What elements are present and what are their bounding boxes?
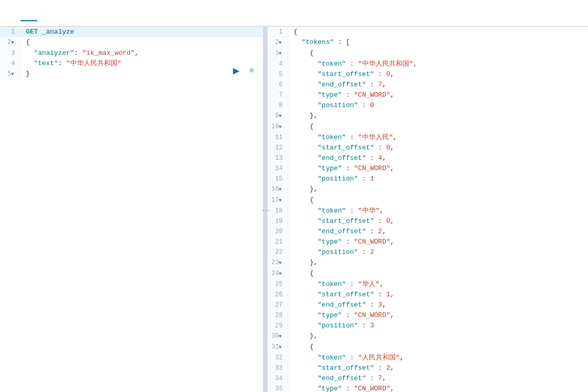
table-row: 3▼ { bbox=[268, 48, 588, 59]
line-content: "type" : "CN_WORD", bbox=[288, 90, 588, 100]
table-row: 33 "start_offset" : 2, bbox=[268, 363, 588, 373]
table-row: 21 "type" : "CN_WORD", bbox=[268, 237, 588, 247]
table-row: 1GET _analyze bbox=[0, 27, 263, 37]
line-content: "start_offset" : 1, bbox=[288, 290, 588, 300]
line-content: "analyzer": "ik_max_word", bbox=[21, 48, 263, 58]
line-content: "type" : "CN_WORD", bbox=[288, 237, 588, 247]
line-content: "end_offset" : 2, bbox=[288, 227, 588, 237]
line-content: "position" : 0 bbox=[288, 100, 588, 111]
line-content: } bbox=[21, 69, 263, 79]
left-panel: 1GET _analyze2▼{3 "analyzer": "ik_max_wo… bbox=[0, 27, 264, 392]
table-row: 9▼ }, bbox=[268, 111, 588, 122]
table-row: 28 "type" : "CN_WORD", bbox=[268, 310, 588, 321]
tab-console[interactable] bbox=[4, 6, 21, 21]
table-row: 14 "type" : "CN_WORD", bbox=[268, 163, 588, 174]
fold-arrow-icon[interactable]: ▼ bbox=[279, 342, 282, 353]
fold-arrow-icon[interactable]: ▼ bbox=[279, 195, 282, 206]
line-content: }, bbox=[288, 111, 588, 121]
table-row: 5▼} bbox=[0, 69, 263, 80]
run-button[interactable]: ▶ bbox=[230, 64, 242, 77]
line-content: "tokens" : [ bbox=[288, 37, 588, 48]
line-content: "type" : "CN_WORD", bbox=[288, 310, 588, 321]
line-content: { bbox=[21, 37, 263, 48]
line-number: 5 bbox=[268, 69, 288, 80]
table-row: 17▼ { bbox=[268, 195, 588, 206]
table-row: 1{ bbox=[268, 27, 588, 37]
left-code-editor[interactable]: 1GET _analyze2▼{3 "analyzer": "ik_max_wo… bbox=[0, 27, 263, 392]
right-code-editor[interactable]: 1{2▼ "tokens" : [3▼ {4 "token" : "中华人民共和… bbox=[268, 27, 588, 392]
line-number: 2▼ bbox=[268, 37, 288, 48]
config-button[interactable]: ⚛ bbox=[245, 64, 258, 77]
fold-arrow-icon[interactable]: ▼ bbox=[279, 122, 282, 132]
table-row: 31▼ { bbox=[268, 342, 588, 353]
app-container: 1GET _analyze2▼{3 "analyzer": "ik_max_wo… bbox=[0, 0, 588, 392]
line-number: 2▼ bbox=[0, 37, 21, 48]
line-content: "end_offset" : 7, bbox=[288, 80, 588, 90]
line-number: 10▼ bbox=[268, 122, 288, 132]
line-number: 11 bbox=[268, 132, 288, 143]
table-row: 2▼ "tokens" : [ bbox=[268, 37, 588, 48]
fold-arrow-icon[interactable]: ▼ bbox=[279, 111, 282, 122]
table-row: 13 "end_offset" : 4, bbox=[268, 153, 588, 163]
table-row: 27 "end_offset" : 3, bbox=[268, 300, 588, 310]
line-number: 3 bbox=[0, 48, 21, 58]
line-number: 29 bbox=[268, 321, 288, 331]
line-number: 35 bbox=[268, 384, 288, 392]
line-content: { bbox=[288, 27, 588, 37]
fold-arrow-icon[interactable]: ▼ bbox=[279, 258, 282, 268]
line-content: "end_offset" : 4, bbox=[288, 153, 588, 163]
line-content: }, bbox=[288, 331, 588, 341]
line-number: 4 bbox=[0, 58, 21, 69]
table-row: 16▼ }, bbox=[268, 184, 588, 195]
line-number: 27 bbox=[268, 300, 288, 310]
line-number: 7 bbox=[268, 90, 288, 100]
line-content: "token" : "中华", bbox=[288, 206, 588, 216]
line-content: { bbox=[288, 342, 588, 352]
line-content: { bbox=[288, 268, 588, 279]
tab-search-profiler[interactable] bbox=[21, 6, 37, 21]
line-number: 23▼ bbox=[268, 258, 288, 268]
line-number: 1 bbox=[268, 27, 288, 37]
table-row: 15 "position" : 1 bbox=[268, 174, 588, 184]
line-number: 18 bbox=[268, 206, 288, 216]
line-content: { bbox=[288, 122, 588, 132]
line-content: "position" : 2 bbox=[288, 247, 588, 258]
line-number: 17▼ bbox=[268, 195, 288, 206]
fold-arrow-icon[interactable]: ▼ bbox=[279, 38, 282, 48]
line-content: "type" : "CN_WORD", bbox=[288, 163, 588, 174]
editor-area: 1GET _analyze2▼{3 "analyzer": "ik_max_wo… bbox=[0, 27, 588, 392]
fold-arrow-icon[interactable]: ▼ bbox=[279, 49, 282, 59]
line-content: "start_offset" : 0, bbox=[288, 216, 588, 227]
fold-arrow-icon[interactable]: ▼ bbox=[279, 269, 282, 279]
table-row: 18 "token" : "中华", bbox=[268, 206, 588, 216]
line-number: 33 bbox=[268, 363, 288, 373]
line-content: "text": "中华人民共和国" bbox=[21, 58, 263, 69]
table-row: 26 "start_offset" : 1, bbox=[268, 290, 588, 300]
tab-grok-debugger[interactable] bbox=[37, 6, 54, 21]
line-number: 25 bbox=[268, 279, 288, 290]
line-number: 16▼ bbox=[268, 184, 288, 195]
line-content: }, bbox=[288, 258, 588, 268]
table-row: 22 "position" : 2 bbox=[268, 247, 588, 258]
line-content: { bbox=[288, 195, 588, 205]
line-number: 30▼ bbox=[268, 331, 288, 342]
line-content: GET _analyze bbox=[21, 27, 263, 37]
fold-arrow-icon[interactable]: ▼ bbox=[279, 185, 282, 195]
line-number: 24▼ bbox=[268, 268, 288, 279]
table-row: 20 "end_offset" : 2, bbox=[268, 227, 588, 237]
line-number: 9▼ bbox=[268, 111, 288, 122]
line-content: "start_offset" : 0, bbox=[288, 69, 588, 80]
line-content: { bbox=[288, 48, 588, 58]
fold-arrow-icon[interactable]: ▼ bbox=[279, 331, 282, 342]
line-number: 28 bbox=[268, 310, 288, 321]
line-content: "position" : 3 bbox=[288, 321, 588, 331]
panel-divider[interactable]: ⋮ bbox=[264, 27, 268, 392]
fold-arrow-icon[interactable]: ▼ bbox=[11, 38, 14, 48]
table-row: 23▼ }, bbox=[268, 258, 588, 268]
line-number: 4 bbox=[268, 59, 288, 69]
table-row: 25 "token" : "华人", bbox=[268, 279, 588, 290]
line-number: 34 bbox=[268, 373, 288, 384]
fold-arrow-icon[interactable]: ▼ bbox=[11, 69, 14, 80]
line-content: "token" : "中华人民共和国", bbox=[288, 59, 588, 69]
right-panel: 1{2▼ "tokens" : [3▼ {4 "token" : "中华人民共和… bbox=[268, 27, 588, 392]
